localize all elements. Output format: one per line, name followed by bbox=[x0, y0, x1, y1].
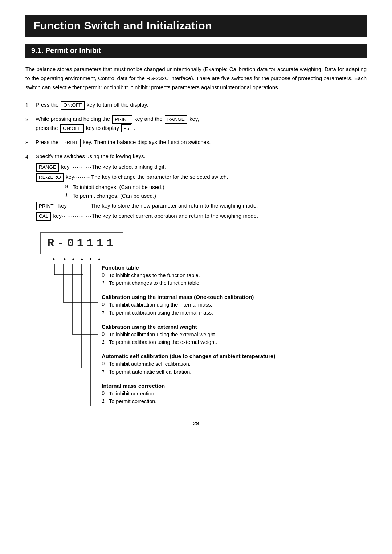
sub-row-ac-1: 1 To permit automatic self calibration. bbox=[102, 368, 367, 376]
step-3: 3 Press the PRINT key. Then the balance … bbox=[25, 138, 367, 147]
tree-subs-cal-external: 0 To inhibit calibration using the exter… bbox=[102, 331, 367, 347]
section-header: 9.1. Permit or Inhibit bbox=[25, 44, 367, 58]
sub-row-ft-0: 0 To inhibit changes to the function tab… bbox=[102, 272, 367, 280]
display-p5: P5 bbox=[121, 124, 131, 132]
step-number-3: 3 bbox=[25, 138, 36, 147]
tree-label-auto-cal: Automatic self calibration (due to chang… bbox=[102, 353, 367, 359]
sub-sym-im-1: 1 bbox=[102, 398, 109, 405]
tree-item-function-table: Function table 0 To inhibit changes to t… bbox=[102, 264, 367, 288]
arrow-4: ▲ bbox=[80, 257, 84, 262]
sub-sym-im-0: 0 bbox=[102, 390, 109, 398]
symbol-0-text: To inhibit changes. (Can not be used.) bbox=[73, 183, 164, 192]
sub-row-ci-0: 0 To inhibit calibration using the inter… bbox=[102, 301, 367, 309]
sub-text-ce-0: To inhibit calibration using the externa… bbox=[109, 331, 216, 339]
steps-list: 1 Press the ON:OFF key to turn off the d… bbox=[25, 100, 367, 222]
sub-text-ft-0: To inhibit changes to the function table… bbox=[109, 272, 200, 280]
sub-text-ft-1: To permit changes to the function table. bbox=[109, 279, 201, 287]
function-tree: Function table 0 To inhibit changes to t… bbox=[44, 264, 367, 406]
symbol-1: 1 bbox=[65, 192, 73, 200]
sub-row-ft-1: 1 To permit changes to the function tabl… bbox=[102, 279, 367, 287]
key-range-1: RANGE bbox=[165, 115, 187, 124]
tree-item-auto-cal: Automatic self calibration (due to chang… bbox=[102, 353, 367, 376]
key-print-2: PRINT bbox=[61, 139, 81, 147]
page-number: 29 bbox=[25, 420, 367, 426]
sub-sym-ft-1: 1 bbox=[102, 279, 109, 287]
step-4: 4 Specify the switches using the followi… bbox=[25, 152, 367, 222]
tree-subs-cal-internal: 0 To inhibit calibration using the inter… bbox=[102, 301, 367, 317]
key-row-cal: CAL key················The key to cancel… bbox=[36, 212, 367, 221]
step-number-4: 4 bbox=[25, 152, 36, 161]
arrow-1: ▲ bbox=[52, 257, 56, 262]
key-print-1: PRINT bbox=[112, 115, 132, 124]
tree-subs-auto-cal: 0 To inhibit automatic self calibration.… bbox=[102, 360, 367, 376]
key-print-3: PRINT bbox=[36, 202, 56, 210]
step-content-4: Specify the switches using the following… bbox=[36, 152, 367, 222]
key-row-print: PRINT key ············The key to store t… bbox=[36, 202, 367, 210]
sub-sym-ce-0: 0 bbox=[102, 331, 109, 338]
sub-row-ci-1: 1 To permit calibration using the intern… bbox=[102, 309, 367, 317]
tree-subs-function-table: 0 To inhibit changes to the function tab… bbox=[102, 272, 367, 288]
sub-row-im-1: 1 To permit correction. bbox=[102, 398, 367, 406]
lcd-display: R-01111 bbox=[40, 232, 123, 254]
sub-text-ci-0: To inhibit calibration using the interna… bbox=[109, 301, 212, 309]
symbol-1-text: To permit changes. (Can be used.) bbox=[73, 192, 156, 200]
key-rezero: RE-ZERO bbox=[36, 173, 64, 182]
arrow-2: ▲ bbox=[62, 257, 67, 262]
step-content-2: While pressing and holding the PRINT key… bbox=[36, 115, 367, 133]
tree-subs-internal-mass: 0 To inhibit correction. 1 To permit cor… bbox=[102, 390, 367, 406]
key-cal: CAL bbox=[36, 212, 51, 221]
arrow-6: ▲ bbox=[97, 257, 101, 262]
key-onoff-1: ON:OFF bbox=[61, 101, 85, 110]
symbol-0: 0 bbox=[65, 183, 73, 192]
tree-item-cal-external: Calibration using the external weight 0 … bbox=[102, 324, 367, 347]
tree-label-function-table: Function table bbox=[102, 264, 367, 271]
tree-item-internal-mass: Internal mass correction 0 To inhibit co… bbox=[102, 383, 367, 406]
sub-sym-ci-1: 1 bbox=[102, 309, 109, 317]
sub-row-ce-0: 0 To inhibit calibration using the exter… bbox=[102, 331, 367, 339]
sub-sym-ac-0: 0 bbox=[102, 360, 109, 368]
diagram-area: R-01111 ▲ ▲ ▲ ▲ ▲ ▲ bbox=[40, 232, 367, 406]
arrow-3: ▲ bbox=[71, 257, 75, 262]
step-content-3: Press the PRINT key. Then the balance di… bbox=[36, 138, 367, 147]
key-onoff-2: ON:OFF bbox=[60, 124, 84, 133]
sub-sym-ac-1: 1 bbox=[102, 368, 109, 376]
step-number-1: 1 bbox=[25, 100, 36, 110]
tree-item-cal-internal: Calibration using the internal mass (One… bbox=[102, 294, 367, 317]
tree-items: Function table 0 To inhibit changes to t… bbox=[44, 264, 367, 406]
intro-paragraph: The balance stores parameters that must … bbox=[25, 65, 367, 92]
sub-text-ce-1: To permit calibration using the external… bbox=[109, 338, 217, 346]
sub-sym-ce-1: 1 bbox=[102, 338, 109, 346]
sub-sym-ft-0: 0 bbox=[102, 272, 109, 279]
sub-row-im-0: 0 To inhibit correction. bbox=[102, 390, 367, 398]
step-number-2: 2 bbox=[25, 115, 36, 124]
symbol-0-row: 0 To inhibit changes. (Can not be used.) bbox=[65, 183, 367, 192]
sub-text-ci-1: To permit calibration using the internal… bbox=[109, 309, 213, 317]
key-row-rezero: RE-ZERO key·········The key to change th… bbox=[36, 173, 367, 182]
key-range-2: RANGE bbox=[36, 163, 59, 172]
chapter-header: Function Switch and Initialization bbox=[25, 15, 367, 37]
sub-row-ce-1: 1 To permit calibration using the extern… bbox=[102, 338, 367, 346]
tree-label-cal-external: Calibration using the external weight bbox=[102, 324, 367, 330]
sub-text-ac-1: To permit automatic self calibration. bbox=[109, 368, 191, 376]
tree-label-cal-internal: Calibration using the internal mass (One… bbox=[102, 294, 367, 300]
sub-row-ac-0: 0 To inhibit automatic self calibration. bbox=[102, 360, 367, 368]
sub-sym-ci-0: 0 bbox=[102, 301, 109, 309]
sub-text-ac-0: To inhibit automatic self calibration. bbox=[109, 360, 191, 368]
step-2: 2 While pressing and holding the PRINT k… bbox=[25, 115, 367, 133]
arrows-row: ▲ ▲ ▲ ▲ ▲ ▲ bbox=[51, 257, 367, 262]
chapter-title: Function Switch and Initialization bbox=[33, 20, 359, 32]
sub-text-im-0: To inhibit correction. bbox=[109, 390, 156, 398]
section-title: 9.1. Permit or Inhibit bbox=[31, 46, 361, 55]
key-row-range: RANGE key ···········The key to select b… bbox=[36, 163, 367, 172]
step-1: 1 Press the ON:OFF key to turn off the d… bbox=[25, 100, 367, 110]
tree-label-internal-mass: Internal mass correction bbox=[102, 383, 367, 389]
symbol-1-row: 1 To permit changes. (Can be used.) bbox=[65, 192, 367, 200]
arrow-5: ▲ bbox=[89, 257, 93, 262]
step-content-1: Press the ON:OFF key to turn off the dis… bbox=[36, 100, 367, 110]
sub-text-im-1: To permit correction. bbox=[109, 398, 156, 406]
